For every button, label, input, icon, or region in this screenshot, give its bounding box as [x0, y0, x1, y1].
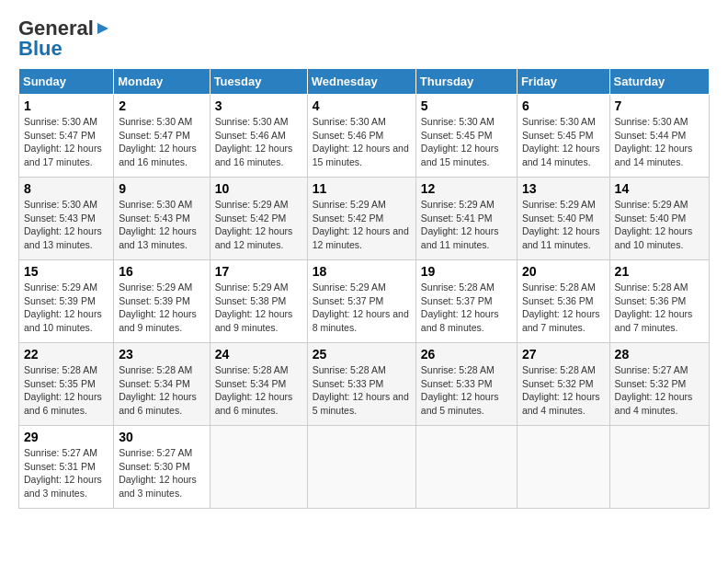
day-number: 28 — [615, 347, 704, 362]
day-info: Sunrise: 5:29 AMSunset: 5:39 PMDaylight:… — [119, 282, 197, 333]
day-info: Sunrise: 5:30 AMSunset: 5:43 PMDaylight:… — [119, 199, 197, 250]
calendar-cell: 5 Sunrise: 5:30 AMSunset: 5:45 PMDayligh… — [415, 95, 517, 178]
calendar-body: 1 Sunrise: 5:30 AMSunset: 5:47 PMDayligh… — [19, 95, 710, 509]
day-number: 15 — [24, 264, 108, 279]
day-number: 7 — [615, 98, 704, 113]
weekday-header-monday: Monday — [114, 69, 210, 95]
calendar-cell — [210, 426, 307, 509]
calendar-cell: 1 Sunrise: 5:30 AMSunset: 5:47 PMDayligh… — [19, 95, 114, 178]
day-number: 25 — [313, 347, 411, 362]
calendar-cell: 11 Sunrise: 5:29 AMSunset: 5:42 PMDaylig… — [307, 178, 415, 260]
day-number: 4 — [313, 98, 411, 113]
calendar-cell: 10 Sunrise: 5:29 AMSunset: 5:42 PMDaylig… — [210, 178, 307, 260]
calendar-cell: 14 Sunrise: 5:29 AMSunset: 5:40 PMDaylig… — [609, 178, 709, 260]
day-info: Sunrise: 5:30 AMSunset: 5:47 PMDaylight:… — [119, 116, 197, 167]
calendar-week-row: 15 Sunrise: 5:29 AMSunset: 5:39 PMDaylig… — [19, 260, 710, 343]
day-info: Sunrise: 5:28 AMSunset: 5:37 PMDaylight:… — [421, 282, 499, 333]
calendar-cell: 2 Sunrise: 5:30 AMSunset: 5:47 PMDayligh… — [114, 95, 210, 178]
calendar-cell: 23 Sunrise: 5:28 AMSunset: 5:34 PMDaylig… — [114, 343, 210, 426]
calendar-cell: 18 Sunrise: 5:29 AMSunset: 5:37 PMDaylig… — [307, 260, 415, 343]
svg-marker-0 — [97, 23, 108, 34]
day-number: 12 — [421, 181, 512, 196]
calendar-header-row: SundayMondayTuesdayWednesdayThursdayFrid… — [19, 69, 710, 95]
day-info: Sunrise: 5:30 AMSunset: 5:44 PMDaylight:… — [615, 116, 693, 167]
day-info: Sunrise: 5:28 AMSunset: 5:34 PMDaylight:… — [119, 364, 197, 416]
day-number: 3 — [215, 98, 302, 113]
calendar-cell: 21 Sunrise: 5:28 AMSunset: 5:36 PMDaylig… — [609, 260, 709, 343]
day-info: Sunrise: 5:28 AMSunset: 5:32 PMDaylight:… — [522, 364, 600, 416]
calendar-cell: 3 Sunrise: 5:30 AMSunset: 5:46 AMDayligh… — [210, 95, 307, 178]
weekday-header-saturday: Saturday — [609, 69, 709, 95]
day-number: 10 — [215, 181, 302, 196]
calendar-week-row: 8 Sunrise: 5:30 AMSunset: 5:43 PMDayligh… — [19, 178, 710, 260]
day-number: 2 — [119, 98, 204, 113]
day-info: Sunrise: 5:30 AMSunset: 5:46 AMDaylight:… — [215, 116, 293, 167]
day-info: Sunrise: 5:28 AMSunset: 5:35 PMDaylight:… — [24, 364, 102, 416]
day-number: 29 — [24, 430, 108, 444]
calendar-cell: 19 Sunrise: 5:28 AMSunset: 5:37 PMDaylig… — [415, 260, 517, 343]
day-info: Sunrise: 5:27 AMSunset: 5:30 PMDaylight:… — [119, 447, 197, 499]
day-number: 6 — [522, 98, 605, 113]
calendar-cell: 30 Sunrise: 5:27 AMSunset: 5:30 PMDaylig… — [114, 426, 210, 509]
day-info: Sunrise: 5:30 AMSunset: 5:47 PMDaylight:… — [24, 116, 102, 167]
calendar-cell: 26 Sunrise: 5:28 AMSunset: 5:33 PMDaylig… — [415, 343, 517, 426]
day-info: Sunrise: 5:28 AMSunset: 5:33 PMDaylight:… — [421, 364, 499, 416]
day-info: Sunrise: 5:30 AMSunset: 5:43 PMDaylight:… — [24, 199, 102, 250]
calendar-cell: 13 Sunrise: 5:29 AMSunset: 5:40 PMDaylig… — [517, 178, 609, 260]
day-info: Sunrise: 5:29 AMSunset: 5:38 PMDaylight:… — [215, 282, 293, 333]
logo-text-general: General — [18, 18, 94, 39]
day-info: Sunrise: 5:29 AMSunset: 5:42 PMDaylight:… — [313, 199, 409, 250]
day-number: 21 — [615, 264, 704, 279]
calendar-cell: 20 Sunrise: 5:28 AMSunset: 5:36 PMDaylig… — [517, 260, 609, 343]
calendar-week-row: 29 Sunrise: 5:27 AMSunset: 5:31 PMDaylig… — [19, 426, 710, 509]
day-number: 19 — [421, 264, 512, 279]
day-info: Sunrise: 5:28 AMSunset: 5:36 PMDaylight:… — [522, 282, 600, 333]
day-info: Sunrise: 5:29 AMSunset: 5:37 PMDaylight:… — [313, 282, 409, 333]
calendar-cell — [415, 426, 517, 509]
day-number: 17 — [215, 264, 302, 279]
day-info: Sunrise: 5:28 AMSunset: 5:34 PMDaylight:… — [215, 364, 293, 416]
calendar-cell: 12 Sunrise: 5:29 AMSunset: 5:41 PMDaylig… — [415, 178, 517, 260]
day-info: Sunrise: 5:29 AMSunset: 5:40 PMDaylight:… — [615, 199, 693, 250]
calendar-table: SundayMondayTuesdayWednesdayThursdayFrid… — [18, 68, 710, 509]
calendar-cell: 15 Sunrise: 5:29 AMSunset: 5:39 PMDaylig… — [19, 260, 114, 343]
day-number: 16 — [119, 264, 204, 279]
calendar-week-row: 22 Sunrise: 5:28 AMSunset: 5:35 PMDaylig… — [19, 343, 710, 426]
day-number: 22 — [24, 347, 108, 362]
calendar-week-row: 1 Sunrise: 5:30 AMSunset: 5:47 PMDayligh… — [19, 95, 710, 178]
calendar-cell: 7 Sunrise: 5:30 AMSunset: 5:44 PMDayligh… — [609, 95, 709, 178]
calendar-cell: 24 Sunrise: 5:28 AMSunset: 5:34 PMDaylig… — [210, 343, 307, 426]
calendar-cell: 29 Sunrise: 5:27 AMSunset: 5:31 PMDaylig… — [19, 426, 114, 509]
day-number: 9 — [119, 181, 204, 196]
day-number: 11 — [313, 181, 411, 196]
calendar-cell: 8 Sunrise: 5:30 AMSunset: 5:43 PMDayligh… — [19, 178, 114, 260]
calendar-cell — [609, 426, 709, 509]
weekday-header-sunday: Sunday — [19, 69, 114, 95]
calendar-cell: 28 Sunrise: 5:27 AMSunset: 5:32 PMDaylig… — [609, 343, 709, 426]
calendar-cell: 27 Sunrise: 5:28 AMSunset: 5:32 PMDaylig… — [517, 343, 609, 426]
day-info: Sunrise: 5:29 AMSunset: 5:41 PMDaylight:… — [421, 199, 499, 250]
logo: General Blue — [18, 18, 112, 59]
day-number: 26 — [421, 347, 512, 362]
day-info: Sunrise: 5:30 AMSunset: 5:45 PMDaylight:… — [421, 116, 499, 167]
day-number: 14 — [615, 181, 704, 196]
logo-arrow-icon — [94, 19, 112, 38]
day-number: 18 — [313, 264, 411, 279]
day-info: Sunrise: 5:28 AMSunset: 5:33 PMDaylight:… — [313, 364, 409, 416]
day-number: 8 — [24, 181, 108, 196]
day-info: Sunrise: 5:29 AMSunset: 5:39 PMDaylight:… — [24, 282, 102, 333]
weekday-header-friday: Friday — [517, 69, 609, 95]
weekday-header-tuesday: Tuesday — [210, 69, 307, 95]
calendar-cell — [307, 426, 415, 509]
day-info: Sunrise: 5:30 AMSunset: 5:46 PMDaylight:… — [313, 116, 409, 167]
day-info: Sunrise: 5:30 AMSunset: 5:45 PMDaylight:… — [522, 116, 600, 167]
day-number: 1 — [24, 98, 108, 113]
day-number: 30 — [119, 430, 204, 444]
calendar-cell: 4 Sunrise: 5:30 AMSunset: 5:46 PMDayligh… — [307, 95, 415, 178]
day-number: 5 — [421, 98, 512, 113]
calendar-cell — [517, 426, 609, 509]
calendar-cell: 16 Sunrise: 5:29 AMSunset: 5:39 PMDaylig… — [114, 260, 210, 343]
day-info: Sunrise: 5:27 AMSunset: 5:32 PMDaylight:… — [615, 364, 693, 416]
calendar-cell: 17 Sunrise: 5:29 AMSunset: 5:38 PMDaylig… — [210, 260, 307, 343]
day-number: 27 — [522, 347, 605, 362]
